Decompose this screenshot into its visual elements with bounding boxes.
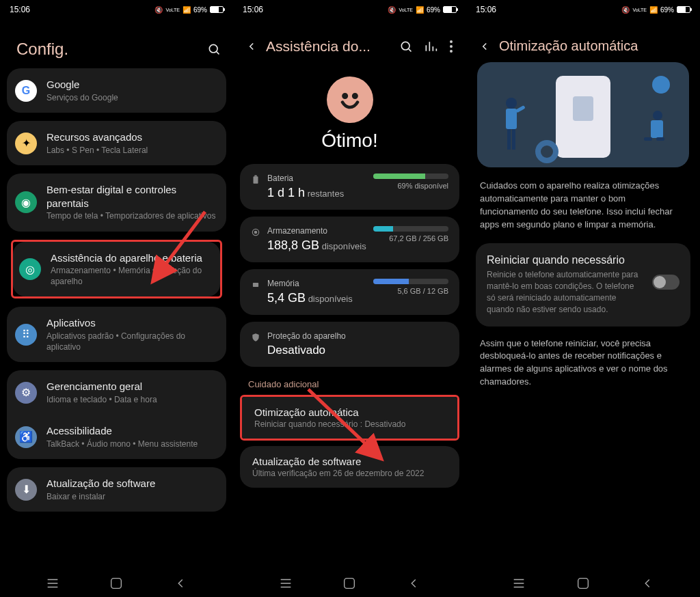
signal-icon: 📶	[183, 6, 191, 14]
signal-icon: 📶	[416, 6, 424, 14]
back-icon[interactable]	[479, 40, 491, 53]
search-icon[interactable]	[207, 42, 221, 56]
svg-rect-7	[254, 176, 257, 177]
metric-caption: 67,2 GB / 256 GB	[373, 234, 448, 242]
status-right: 🔇 VoLTE 📶 69%	[388, 6, 457, 14]
signal-icon: 📶	[649, 6, 658, 14]
battery-card[interactable]: Bateria 1 d 1 h restantes 69% disponível	[240, 164, 459, 210]
svg-rect-6	[254, 176, 258, 184]
status-bar: 15:06 🔇 VoLTE 📶 69%	[0, 0, 233, 19]
page-header: Otimização automática	[466, 19, 700, 62]
shield-icon	[251, 333, 260, 342]
svg-rect-16	[512, 129, 515, 150]
nav-back[interactable]	[173, 576, 188, 591]
nav-home[interactable]	[109, 576, 124, 591]
settings-item-update[interactable]: ⬇ Atualização de software Baixar e insta…	[7, 467, 226, 512]
net-label: VoLTE	[632, 8, 647, 12]
status-time: 15:06	[476, 5, 496, 14]
svg-rect-20	[644, 137, 652, 141]
nav-recents[interactable]	[511, 576, 526, 591]
item-title: Bem-estar digital e controles parentais	[46, 183, 218, 210]
person-icon	[496, 96, 526, 155]
nav-back[interactable]	[640, 576, 655, 591]
restart-toggle-card[interactable]: Reiniciar quando necessário Reinicie o t…	[476, 243, 690, 326]
battery-icon	[443, 6, 457, 13]
battery-pct: 69%	[193, 6, 207, 14]
item-title: Aplicativos	[46, 316, 218, 330]
status-bar: 15:06 🔇 VoLTE 📶 69%	[233, 0, 466, 19]
battery-icon	[251, 175, 260, 184]
status-time: 15:06	[243, 5, 263, 14]
item-sub: Idioma e teclado • Data e hora	[46, 395, 218, 406]
svg-point-4	[343, 94, 346, 97]
toggle-sub: Reinicie o telefone automaticamente para…	[487, 269, 643, 315]
svg-point-0	[209, 44, 217, 53]
nav-back[interactable]	[406, 576, 421, 591]
svg-point-18	[653, 111, 662, 120]
page-title: Config.	[16, 40, 68, 59]
back-icon[interactable]	[245, 40, 258, 53]
metric-label: Bateria	[267, 173, 366, 183]
settings-item-apps[interactable]: ⠿ Aplicativos Aplicativos padrão • Confi…	[7, 307, 226, 362]
nav-home[interactable]	[576, 576, 591, 591]
item-title: Atualização de software	[46, 477, 218, 490]
description-2: Assim que o telefone reiniciar, você pre…	[466, 337, 700, 401]
item-sub: Última verificação em 26 de dezembro de …	[252, 469, 447, 478]
status-right: 🔇 VoLTE 📶 69%	[154, 6, 224, 14]
svg-rect-14	[506, 109, 517, 129]
net-label: VoLTE	[399, 8, 413, 12]
nav-recents[interactable]	[278, 576, 293, 591]
person-icon	[637, 110, 671, 158]
svg-rect-17	[515, 105, 526, 113]
item-title: Gerenciamento geral	[46, 380, 218, 393]
svg-point-3	[401, 42, 409, 50]
item-title: Google	[46, 78, 218, 92]
metric-caption: 5,6 GB / 12 GB	[373, 287, 448, 295]
item-sub: Labs • S Pen • Tecla Lateral	[46, 145, 218, 156]
apps-icon: ⠿	[15, 324, 37, 346]
more-icon[interactable]	[448, 39, 454, 54]
nav-recents[interactable]	[45, 576, 60, 591]
battery-icon	[210, 6, 224, 13]
item-software-update[interactable]: Atualização de software Última verificaç…	[240, 446, 459, 488]
page-header: Config.	[0, 19, 233, 68]
memory-icon	[251, 280, 260, 290]
nav-bar	[0, 570, 233, 597]
search-icon[interactable]	[399, 40, 413, 53]
star-icon: ✦	[15, 133, 37, 154]
item-title: Atualização de software	[252, 456, 447, 467]
progress-bar	[373, 279, 448, 284]
item-sub: Serviços do Google	[46, 93, 218, 104]
settings-item-google[interactable]: G Google Serviços do Google	[7, 68, 226, 113]
metric-value: 5,4 GB disponíveis	[267, 291, 366, 305]
toggle-title: Reiniciar quando necessário	[487, 254, 643, 266]
screen-auto-optimize: 15:06 🔇 VoLTE 📶 69% Otimização automátic…	[466, 0, 700, 597]
item-auto-optimize[interactable]: Otimização automática Reiniciar quando n…	[242, 397, 457, 439]
chart-icon[interactable]	[424, 40, 438, 53]
svg-rect-10	[253, 283, 258, 287]
nav-bar	[233, 570, 466, 597]
svg-rect-21	[656, 137, 664, 141]
metric-value: 1 d 1 h restantes	[267, 186, 366, 200]
settings-item-general[interactable]: ⚙ Gerenciamento geral Idioma e teclado •…	[7, 370, 226, 415]
battery-pct: 69%	[427, 6, 440, 14]
nav-home[interactable]	[342, 576, 357, 591]
screen-settings: 15:06 🔇 VoLTE 📶 69% Config. G Google Ser…	[0, 0, 233, 597]
settings-item-advanced[interactable]: ✦ Recursos avançados Labs • S Pen • Tecl…	[7, 121, 226, 165]
settings-item-wellbeing[interactable]: ◉ Bem-estar digital e controles parentai…	[7, 173, 226, 232]
settings-item-accessibility[interactable]: ♿ Acessibilidade TalkBack • Áudio mono •…	[7, 415, 226, 459]
section-label: Cuidado adicional	[233, 374, 466, 395]
memory-card[interactable]: Memória 5,4 GB disponíveis 5,6 GB / 12 G…	[240, 269, 459, 315]
protection-card[interactable]: Proteção do aparelho Desativado	[240, 322, 459, 367]
status-time: 15:06	[10, 5, 30, 14]
wellbeing-icon: ◉	[15, 191, 37, 213]
settings-item-device-care[interactable]: ◎ Assistência do aparelho e bateria Arma…	[13, 242, 220, 297]
toggle-switch[interactable]	[652, 275, 679, 290]
smile-icon	[652, 76, 670, 94]
metric-value: Desativado	[267, 344, 448, 357]
item-sub: Armazenamento • Memória • Proteção do ap…	[51, 266, 214, 287]
item-sub: TalkBack • Áudio mono • Menu assistente	[46, 439, 218, 450]
settings-list: G Google Serviços do Google ✦ Recursos a…	[0, 68, 233, 512]
storage-card[interactable]: Armazenamento 188,8 GB disponíveis 67,2 …	[240, 217, 459, 262]
device-care-icon: ◎	[19, 258, 41, 280]
